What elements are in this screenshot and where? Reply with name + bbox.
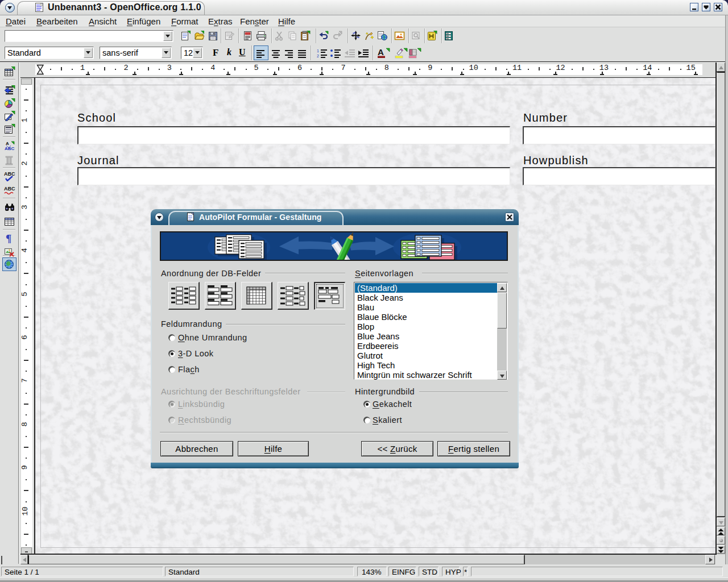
svg-text:ABC: ABC [4, 171, 15, 177]
svg-text:A: A [6, 141, 9, 146]
svg-text:2: 2 [317, 54, 319, 58]
svg-text:ABC: ABC [4, 186, 15, 192]
svg-text:1: 1 [317, 49, 319, 53]
svg-text:A: A [378, 48, 384, 57]
svg-text:¶: ¶ [6, 233, 11, 243]
